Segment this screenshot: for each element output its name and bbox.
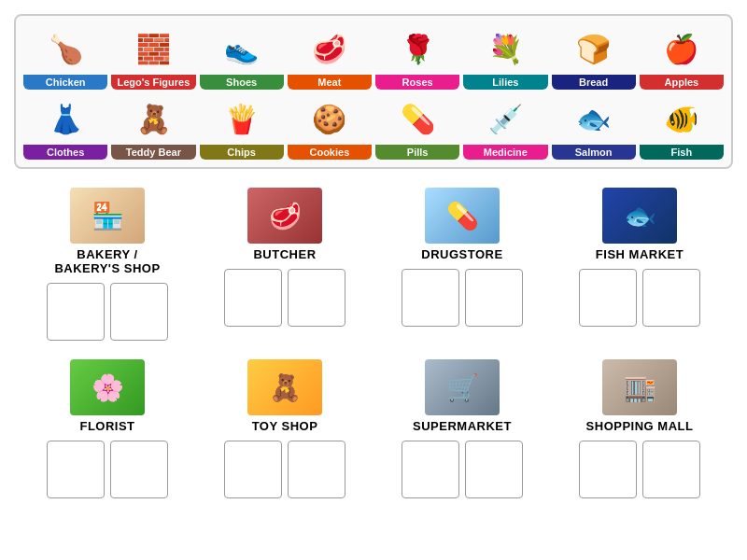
product-emoji-fish: 🐠 <box>640 93 724 145</box>
drop-box-butcher-1[interactable] <box>288 269 345 327</box>
product-emoji-chicken: 🍗 <box>23 23 107 75</box>
shop-boxes-drugstore <box>402 269 523 327</box>
shop-label-butcher: BUTCHER <box>253 247 316 261</box>
product-emoji-medicine: 💉 <box>463 93 547 145</box>
shop-boxes-toy-shop <box>224 441 345 498</box>
shop-item-toy-shop: 🧸TOY SHOP <box>201 359 369 498</box>
product-emoji-bread: 🍞 <box>552 23 636 75</box>
product-label-shoes: Shoes <box>200 75 284 90</box>
shop-boxes-supermarket <box>402 441 523 498</box>
product-emoji-salmon: 🐟 <box>552 93 636 145</box>
shop-boxes-shopping-mall <box>579 441 700 498</box>
product-tile-chicken[interactable]: 🍗Chicken <box>23 23 107 90</box>
drop-box-shopping-mall-1[interactable] <box>642 441 700 498</box>
shop-boxes-bakery <box>47 283 168 341</box>
shop-item-drugstore: 💊DRUGSTORE <box>378 188 546 341</box>
product-emoji-pills: 💊 <box>375 93 459 145</box>
drop-box-toy-shop-0[interactable] <box>224 441 282 498</box>
product-tile-roses[interactable]: 🌹Roses <box>375 23 459 90</box>
product-tile-teddy-bear[interactable]: 🧸Teddy Bear <box>111 93 195 160</box>
product-tile-lego-figures[interactable]: 🧱Lego's Figures <box>111 23 195 90</box>
product-emoji-roses: 🌹 <box>375 23 459 75</box>
shop-img-butcher: 🥩 <box>247 188 322 244</box>
drop-box-bakery-1[interactable] <box>110 283 168 341</box>
shop-label-toy-shop: TOY SHOP <box>252 419 318 433</box>
product-tile-apples[interactable]: 🍎Apples <box>640 23 724 90</box>
shop-label-fish-market: FISH MARKET <box>596 247 684 261</box>
shop-item-supermarket: 🛒SUPERMARKET <box>378 359 546 498</box>
product-emoji-apples: 🍎 <box>640 23 724 75</box>
product-tile-cookies[interactable]: 🍪Cookies <box>288 93 372 160</box>
shop-boxes-butcher <box>224 269 345 327</box>
drop-box-fish-market-0[interactable] <box>579 269 637 327</box>
drop-box-florist-0[interactable] <box>47 441 105 498</box>
product-emoji-meat: 🥩 <box>288 23 372 75</box>
shop-boxes-fish-market <box>579 269 700 327</box>
shop-img-fish-market: 🐟 <box>602 188 677 244</box>
product-label-roses: Roses <box>375 75 459 90</box>
product-label-salmon: Salmon <box>552 145 636 160</box>
shop-img-drugstore: 💊 <box>425 188 500 244</box>
product-emoji-lilies: 💐 <box>463 23 547 75</box>
product-label-lego-figures: Lego's Figures <box>111 75 195 90</box>
shops-row-2: 🌸FLORIST🧸TOY SHOP🛒SUPERMARKET🏬SHOPPING M… <box>23 359 724 498</box>
shop-label-florist: FLORIST <box>79 419 134 433</box>
shop-label-bakery: BAKERY / BAKERY'S SHOP <box>54 247 160 275</box>
product-emoji-teddy-bear: 🧸 <box>111 93 195 145</box>
shop-boxes-florist <box>47 441 168 498</box>
drop-box-supermarket-0[interactable] <box>402 441 459 498</box>
drop-box-butcher-0[interactable] <box>224 269 282 327</box>
drop-box-shopping-mall-0[interactable] <box>579 441 637 498</box>
product-label-pills: Pills <box>375 145 459 160</box>
product-tile-medicine[interactable]: 💉Medicine <box>463 93 547 160</box>
shop-label-shopping-mall: SHOPPING MALL <box>586 419 694 433</box>
product-label-clothes: Clothes <box>23 145 107 160</box>
product-emoji-clothes: 👗 <box>23 93 107 145</box>
shop-item-shopping-mall: 🏬SHOPPING MALL <box>556 359 724 498</box>
shop-item-butcher: 🥩BUTCHER <box>201 188 369 341</box>
product-tile-lilies[interactable]: 💐Lilies <box>463 23 547 90</box>
shop-item-florist: 🌸FLORIST <box>23 359 191 498</box>
product-label-medicine: Medicine <box>463 145 547 160</box>
product-emoji-shoes: 👟 <box>200 23 284 75</box>
shop-item-bakery: 🏪BAKERY / BAKERY'S SHOP <box>23 188 191 341</box>
shop-img-shopping-mall: 🏬 <box>602 359 677 415</box>
product-tile-meat[interactable]: 🥩Meat <box>288 23 372 90</box>
product-grid-wrapper: 🍗Chicken🧱Lego's Figures👟Shoes🥩Meat🌹Roses… <box>14 14 733 169</box>
shop-label-supermarket: SUPERMARKET <box>413 419 512 433</box>
product-label-meat: Meat <box>288 75 372 90</box>
product-tile-clothes[interactable]: 👗Clothes <box>23 93 107 160</box>
product-tile-pills[interactable]: 💊Pills <box>375 93 459 160</box>
product-label-chicken: Chicken <box>23 75 107 90</box>
drop-box-toy-shop-1[interactable] <box>288 441 345 498</box>
shop-img-toy-shop: 🧸 <box>247 359 322 415</box>
product-label-teddy-bear: Teddy Bear <box>111 145 195 160</box>
product-label-cookies: Cookies <box>288 145 372 160</box>
product-emoji-chips: 🍟 <box>200 93 284 145</box>
shops-section: 🏪BAKERY / BAKERY'S SHOP🥩BUTCHER💊DRUGSTOR… <box>14 188 733 498</box>
product-tile-shoes[interactable]: 👟Shoes <box>200 23 284 90</box>
drop-box-florist-1[interactable] <box>110 441 168 498</box>
product-label-bread: Bread <box>552 75 636 90</box>
product-tile-chips[interactable]: 🍟Chips <box>200 93 284 160</box>
product-label-fish: Fish <box>640 145 724 160</box>
main-container: 🍗Chicken🧱Lego's Figures👟Shoes🥩Meat🌹Roses… <box>0 0 747 531</box>
drop-box-drugstore-0[interactable] <box>402 269 459 327</box>
product-tile-salmon[interactable]: 🐟Salmon <box>552 93 636 160</box>
product-tile-fish[interactable]: 🐠Fish <box>640 93 724 160</box>
product-emoji-cookies: 🍪 <box>288 93 372 145</box>
drop-box-fish-market-1[interactable] <box>642 269 700 327</box>
shop-label-drugstore: DRUGSTORE <box>421 247 502 261</box>
product-label-chips: Chips <box>200 145 284 160</box>
product-emoji-lego-figures: 🧱 <box>111 23 195 75</box>
product-grid: 🍗Chicken🧱Lego's Figures👟Shoes🥩Meat🌹Roses… <box>23 23 724 160</box>
shops-row-1: 🏪BAKERY / BAKERY'S SHOP🥩BUTCHER💊DRUGSTOR… <box>23 188 724 341</box>
product-label-apples: Apples <box>640 75 724 90</box>
drop-box-bakery-0[interactable] <box>47 283 105 341</box>
shop-item-fish-market: 🐟FISH MARKET <box>556 188 724 341</box>
drop-box-drugstore-1[interactable] <box>465 269 523 327</box>
product-label-lilies: Lilies <box>463 75 547 90</box>
drop-box-supermarket-1[interactable] <box>465 441 523 498</box>
product-tile-bread[interactable]: 🍞Bread <box>552 23 636 90</box>
shop-img-supermarket: 🛒 <box>425 359 500 415</box>
